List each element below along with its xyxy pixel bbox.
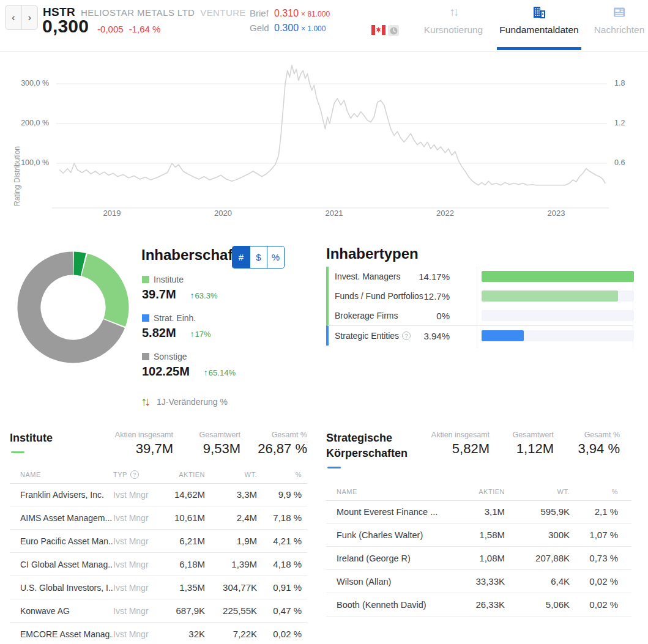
strategic-accent-dash — [327, 467, 341, 468]
stat-value: 26,87 % — [258, 441, 307, 457]
institute-row[interactable]: AIMS Asset Managem...Ivst Mngr10,61M2,4M… — [10, 506, 307, 530]
institute-row[interactable]: CI Global Asset Manag...Ivst Mngr6,18M1,… — [10, 553, 307, 576]
tab-fundamentaldaten[interactable]: Fundamentaldaten — [497, 4, 581, 35]
tab-kursnotierung[interactable]: ↑↓ Kursnotierung — [414, 4, 493, 35]
holder-type: Ivst Mngr — [113, 560, 162, 569]
col-header-name: NAME — [10, 471, 113, 478]
holder-percent: 0,02 % — [570, 599, 631, 610]
bid-label: Geld — [250, 23, 274, 33]
holder-name: AIMS Asset Managem... — [10, 513, 113, 523]
holder-shares: 14,62M — [162, 489, 205, 500]
institute-row[interactable]: U.S. Global Investors, I...Ivst Mngr1,35… — [10, 576, 307, 599]
institute-row[interactable]: Franklin Advisers, Inc.Ivst Mngr14,62M3,… — [10, 483, 307, 506]
owner-type-percent: 0% — [436, 311, 450, 321]
strategic-table-header: NAMEAKTIENWT.% — [326, 483, 631, 501]
institute-row[interactable]: EMCORE Asset Manag...Ivst Mngr32K7,22K0,… — [10, 623, 307, 644]
holder-value: 1,39M — [205, 559, 257, 569]
holder-value: 6,4K — [505, 576, 570, 587]
toggle-value-button[interactable]: $ — [250, 246, 267, 268]
bid-price: 0.300 — [274, 23, 299, 33]
institutes-table-header: NAMETYP?AKTIENWT.% — [10, 466, 307, 484]
strategic-section: Strategische Körperschaften Aktien insge… — [326, 427, 631, 468]
x-tick: 2023 — [538, 209, 575, 218]
institutes-accent-dash — [11, 451, 24, 453]
ask-row: Brief 0.310× 81.000 — [250, 8, 330, 19]
building-icon — [497, 4, 581, 20]
change-arrows-icon: ↑↓ — [141, 394, 148, 409]
holder-name: Konwave AG — [10, 606, 113, 616]
tab-nachrichten[interactable]: Nachrichten — [589, 4, 648, 35]
holder-value: 225,55K — [205, 605, 257, 616]
holder-shares: 6,21M — [162, 536, 205, 546]
bar-fill — [482, 291, 618, 302]
holder-value: 1,9M — [205, 536, 257, 546]
legend-value: 39.7M — [142, 287, 176, 302]
footnote-text: 1J-Veränderung % — [153, 397, 228, 407]
prev-symbol-button[interactable]: ‹ — [6, 6, 22, 29]
holder-type: Ivst Mngr — [113, 490, 162, 500]
legend-label: Sonstige — [154, 352, 187, 361]
ownership-legend-item: Sonstige102.25M↑65.14% — [142, 352, 326, 379]
holder-type: Ivst Mngr — [113, 606, 162, 616]
holder-name: Booth (Kenneth David) — [326, 600, 471, 610]
y-tick-left: 100,0 % — [0, 158, 49, 167]
owner-type-row[interactable]: Invest. Managers14.17% — [326, 267, 633, 286]
holder-name: Funk (Charles Walter) — [326, 530, 471, 540]
holder-shares: 6,18M — [162, 559, 205, 569]
help-icon[interactable]: ? — [130, 470, 139, 479]
holder-percent: 0,02 % — [257, 629, 307, 639]
chart-canvas[interactable] — [0, 52, 648, 223]
y-tick-left: 200,0 % — [0, 119, 49, 127]
stat-label: Gesamtwert — [513, 431, 554, 439]
holder-value: 304,77K — [205, 582, 257, 593]
tab-label: Fundamentaldaten — [497, 24, 581, 35]
owner-type-row[interactable]: Brokerage Firms0% — [326, 306, 633, 325]
stat-value: 3,94 % — [578, 441, 620, 457]
holder-percent: 0,91 % — [257, 582, 307, 593]
holder-name: Wilson (Allan) — [326, 577, 471, 587]
y-tick-right: 0.6 — [614, 158, 625, 167]
toggle-percent-button[interactable]: % — [267, 246, 284, 268]
strategic-row[interactable]: Ireland (George R)1,08M207,88K0,73 % — [326, 547, 631, 570]
arrows-up-down-icon: ↑↓ — [414, 4, 493, 20]
stat-label: Aktien insgesamt — [115, 431, 173, 439]
bid-ask-block: Brief 0.310× 81.000 Geld 0.300× 1.000 — [250, 8, 330, 37]
institute-row[interactable]: Konwave AGIvst Mngr687,9K225,55K0,47 % — [10, 599, 307, 623]
strategic-row[interactable]: Funk (Charles Walter)1,58M300K1,07 % — [326, 524, 631, 547]
stat-shares-total: Aktien insgesamt 5,82M — [431, 431, 490, 457]
y-axis-label: Rating Distribution — [13, 138, 21, 214]
ask-size: × 81.000 — [301, 10, 330, 18]
bar-fill — [482, 271, 634, 282]
stat-value: 9,53M — [199, 441, 240, 457]
owner-type-row[interactable]: Strategic Entities?3.94% — [326, 325, 633, 346]
toggle-shares-button[interactable]: # — [233, 246, 250, 268]
bar-track — [482, 330, 634, 341]
symbol-nav: ‹ › — [5, 5, 38, 30]
owner-type-percent: 14.17% — [419, 272, 450, 282]
stat-label: Aktien insgesamt — [431, 431, 490, 439]
bid-value: 0.300× 1.000 — [274, 23, 326, 34]
owner-type-label: Brokerage Firms — [335, 311, 398, 320]
stat-total-value: Gesamtwert 9,53M — [199, 431, 240, 457]
help-icon[interactable]: ? — [402, 331, 411, 340]
ownership-footnote: ↑↓ 1J-Veränderung % — [141, 394, 228, 409]
up-arrow-icon: ↑ — [204, 368, 208, 377]
strategic-row[interactable]: Mount Everest Finance ...3,1M595,9K2,1 % — [326, 500, 631, 524]
change-percent: -1,64 % — [129, 24, 161, 37]
institute-row[interactable]: Euro Pacific Asset Man...Ivst Mngr6,21M1… — [10, 530, 307, 553]
strategic-row[interactable]: Booth (Kenneth David)26,33K5,06K0,02 % — [326, 593, 631, 616]
legend-change: ↑63.3% — [190, 291, 218, 300]
next-symbol-button[interactable]: › — [22, 6, 38, 29]
institutes-section: Institute Aktien insgesamt 39,7M Gesamtw… — [10, 427, 307, 453]
strategic-row[interactable]: Wilson (Allan)33,33K6,4K0,02 % — [326, 570, 631, 593]
price-rating-chart[interactable]: Rating Distribution 300,0 %1.8200,0 %1.2… — [0, 52, 648, 223]
legend-swatch — [142, 353, 149, 360]
holder-shares: 32K — [162, 629, 205, 639]
holder-percent: 0,47 % — [257, 605, 307, 616]
canada-flag-icon — [371, 25, 385, 37]
legend-value: 102.25M — [142, 365, 190, 379]
bid-size: × 1.000 — [301, 24, 326, 33]
owner-type-row[interactable]: Funds / Fund Portfolios12.7% — [326, 286, 633, 306]
col-header-wt: WT. — [205, 471, 257, 478]
ownership-unit-toggle: # $ % — [232, 246, 285, 268]
